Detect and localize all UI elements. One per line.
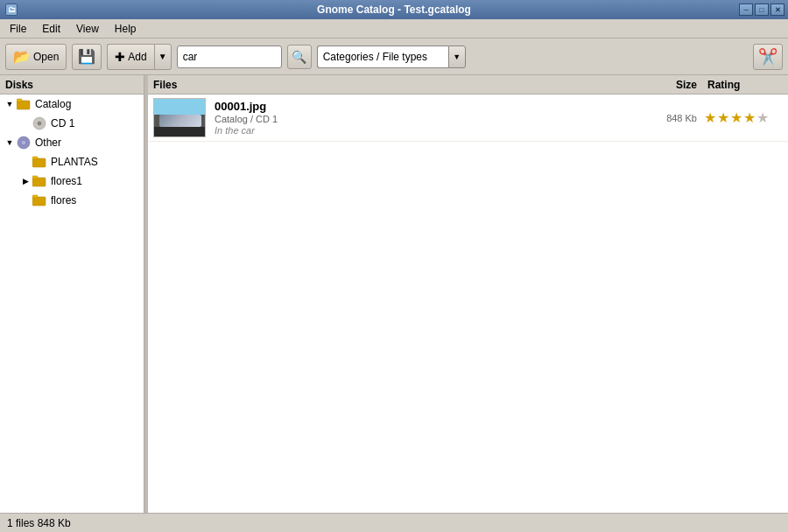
search-icon: 🔍 bbox=[292, 50, 306, 64]
plantas-label: PLANTAS bbox=[51, 156, 98, 168]
files-column-header: Files bbox=[153, 79, 634, 91]
add-button-group: ✚ Add ▼ bbox=[107, 44, 171, 70]
search-button[interactable]: 🔍 bbox=[287, 45, 312, 69]
flores-label: flores bbox=[51, 194, 76, 206]
sidebar-item-catalog[interactable]: ▼ Catalog bbox=[0, 94, 144, 114]
svg-rect-9 bbox=[32, 176, 38, 178]
filter-group: Categories / File types ▼ bbox=[317, 46, 466, 68]
catalog-icon bbox=[16, 96, 32, 112]
toolbar: 📂 Open 💾 ✚ Add ▼ 🔍 Categories / File typ… bbox=[0, 38, 788, 75]
cd1-label: CD 1 bbox=[51, 117, 74, 130]
sidebar: Disks ▼ Catalog ▶ CD 1 bbox=[0, 75, 144, 513]
other-label: Other bbox=[35, 136, 61, 149]
open-label: Open bbox=[33, 51, 59, 63]
menu-file[interactable]: File bbox=[4, 20, 32, 38]
flores1-folder-icon bbox=[32, 173, 47, 189]
file-size: 848 Kb bbox=[634, 113, 704, 123]
window-title: Gnome Catalog - Test.gcatalog bbox=[317, 4, 471, 16]
flores1-toggle: ▶ bbox=[19, 175, 32, 187]
cd-icon bbox=[32, 116, 47, 131]
plantas-folder-icon bbox=[32, 154, 47, 170]
car-image bbox=[154, 99, 206, 137]
add-label: Add bbox=[128, 51, 146, 63]
add-dropdown-button[interactable]: ▼ bbox=[154, 44, 172, 70]
file-thumbnail bbox=[153, 98, 206, 137]
settings-icon: ✂️ bbox=[758, 47, 777, 66]
save-icon: 💾 bbox=[78, 48, 95, 65]
file-info: 00001.jpg Catalog / CD 1 In the car bbox=[215, 100, 634, 136]
title-bar: 🗂 Gnome Catalog - Test.gcatalog ─ □ ✕ bbox=[0, 0, 788, 19]
star-3: ★ bbox=[730, 109, 742, 126]
add-icon: ✚ bbox=[115, 50, 125, 64]
save-button[interactable]: 💾 bbox=[72, 44, 102, 70]
sidebar-header-label: Disks bbox=[5, 79, 33, 91]
other-toggle: ▼ bbox=[4, 136, 16, 149]
minimize-button[interactable]: ─ bbox=[739, 4, 753, 16]
sidebar-header: Disks bbox=[0, 75, 144, 94]
filter-dropdown-button[interactable]: ▼ bbox=[448, 46, 466, 68]
file-rating: ★ ★ ★ ★ ★ bbox=[704, 109, 783, 126]
menu-edit[interactable]: Edit bbox=[36, 20, 67, 38]
file-path: Catalog / CD 1 bbox=[215, 114, 634, 124]
star-5: ★ bbox=[756, 109, 769, 126]
sidebar-item-plantas[interactable]: ▶ PLANTAS bbox=[0, 152, 144, 172]
file-name: 00001.jpg bbox=[215, 100, 634, 113]
svg-rect-7 bbox=[32, 157, 38, 159]
settings-button[interactable]: ✂️ bbox=[753, 44, 783, 70]
star-2: ★ bbox=[717, 109, 729, 126]
size-column-header: Size bbox=[634, 79, 704, 91]
window-icon: 🗂 bbox=[5, 4, 18, 16]
main-content: Disks ▼ Catalog ▶ CD 1 bbox=[0, 75, 788, 513]
open-button[interactable]: 📂 Open bbox=[5, 44, 67, 70]
svg-rect-6 bbox=[32, 158, 46, 167]
sidebar-item-flores[interactable]: ▶ flores bbox=[0, 191, 144, 210]
rating-column-header: Rating bbox=[704, 79, 783, 91]
svg-rect-11 bbox=[32, 195, 38, 198]
svg-rect-8 bbox=[32, 178, 46, 186]
sidebar-item-flores1[interactable]: ▶ flores1 bbox=[0, 172, 144, 191]
files-list: 00001.jpg Catalog / CD 1 In the car 848 … bbox=[148, 94, 788, 513]
files-panel: Files Size Rating 00001.jpg Catalog / CD… bbox=[148, 75, 788, 513]
close-button[interactable]: ✕ bbox=[770, 4, 784, 16]
svg-point-3 bbox=[38, 122, 41, 125]
catalog-label: Catalog bbox=[35, 98, 71, 110]
catalog-toggle: ▼ bbox=[4, 98, 16, 110]
status-bar: 1 files 848 Kb bbox=[0, 513, 788, 532]
menu-view[interactable]: View bbox=[70, 20, 105, 38]
flores1-label: flores1 bbox=[51, 175, 82, 187]
table-row[interactable]: 00001.jpg Catalog / CD 1 In the car 848 … bbox=[148, 94, 788, 142]
sidebar-item-cd1[interactable]: ▶ CD 1 bbox=[0, 114, 144, 133]
svg-rect-0 bbox=[17, 101, 30, 109]
sidebar-item-other[interactable]: ▼ Other bbox=[0, 133, 144, 152]
menu-help[interactable]: Help bbox=[109, 20, 143, 38]
svg-rect-10 bbox=[32, 197, 46, 206]
filter-select[interactable]: Categories / File types bbox=[317, 46, 448, 68]
add-button[interactable]: ✚ Add bbox=[107, 44, 153, 70]
search-input[interactable] bbox=[177, 46, 282, 68]
svg-point-5 bbox=[21, 140, 26, 145]
svg-rect-1 bbox=[17, 99, 22, 102]
flores-folder-icon bbox=[32, 192, 47, 208]
star-1: ★ bbox=[704, 109, 716, 126]
open-icon: 📂 bbox=[13, 48, 31, 65]
star-4: ★ bbox=[743, 109, 756, 126]
other-icon bbox=[16, 135, 32, 150]
menu-bar: File Edit View Help bbox=[0, 19, 788, 38]
window-controls: ─ □ ✕ bbox=[739, 4, 784, 16]
file-description: In the car bbox=[215, 125, 634, 136]
files-header: Files Size Rating bbox=[148, 75, 788, 94]
status-text: 1 files 848 Kb bbox=[7, 517, 71, 529]
maximize-button[interactable]: □ bbox=[755, 4, 769, 16]
